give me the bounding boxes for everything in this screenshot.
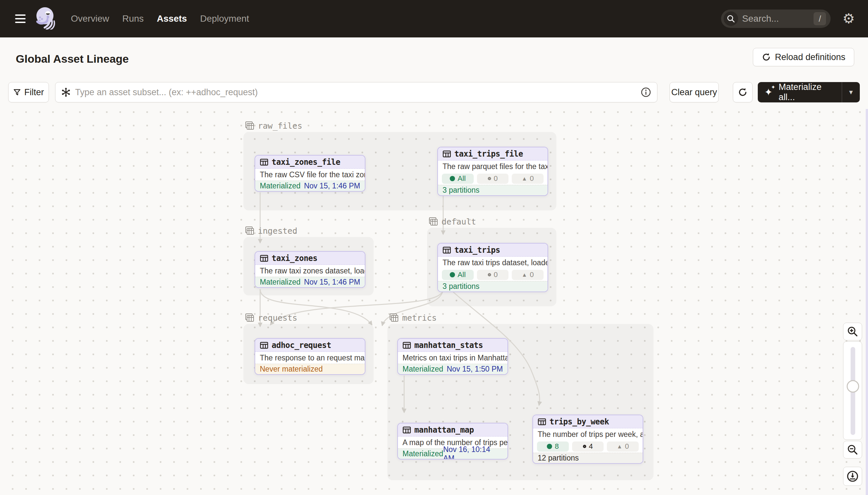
- zoom-slider-thumb[interactable]: [847, 380, 859, 393]
- warning-triangle-icon: ▲: [521, 176, 527, 182]
- search-icon: [724, 12, 738, 26]
- hamburger-menu-icon[interactable]: [15, 14, 25, 23]
- asset-node-manhattan_stats[interactable]: manhattan_stats Metrics on taxi trips in…: [397, 338, 508, 375]
- missing-ring-icon: [583, 445, 586, 448]
- nav-deployment[interactable]: Deployment: [200, 14, 249, 24]
- asset-status-footer: 3 partitions: [438, 281, 548, 291]
- asset-status-footer: 3 partitions: [438, 185, 548, 195]
- zoom-out-button[interactable]: [843, 441, 862, 459]
- reload-definitions-button[interactable]: Reload definitions: [753, 48, 854, 66]
- asset-description: The raw parquet files for the taxi trips…: [438, 160, 548, 172]
- asset-graph-icon: [61, 88, 71, 97]
- asset-status-footer: Materialized Nov 16, 10:14 AM: [398, 448, 508, 459]
- materialize-dropdown-caret[interactable]: ▾: [842, 88, 860, 97]
- nav-runs[interactable]: Runs: [122, 14, 144, 24]
- partitions-success-pill[interactable]: All: [442, 174, 474, 184]
- partition-count: 3 partitions: [443, 282, 480, 291]
- partition-health-pills: All 0 ▲0: [438, 172, 548, 185]
- table-icon: [443, 246, 451, 254]
- partition-health-pills: All 0 ▲0: [438, 269, 548, 281]
- global-search[interactable]: /: [721, 10, 831, 28]
- status-label: Materialized: [403, 365, 443, 374]
- success-dot-icon: [547, 444, 552, 449]
- partitions-failed-pill[interactable]: ▲0: [607, 442, 639, 452]
- warning-triangle-icon: ▲: [617, 444, 622, 449]
- group-label-default[interactable]: default: [428, 217, 476, 226]
- asset-status-footer: 12 partitions: [533, 453, 643, 463]
- table-icon: [260, 341, 268, 349]
- asset-query-field: [55, 82, 657, 102]
- asset-node-manhattan_map[interactable]: manhattan_map A map of the number of tri…: [397, 423, 508, 460]
- table-icon: [403, 341, 411, 349]
- refresh-icon: [738, 87, 748, 97]
- materialize-all-button[interactable]: ✦✦ Materialize all... ▾: [758, 82, 860, 102]
- info-icon[interactable]: [641, 87, 651, 98]
- search-input[interactable]: [742, 14, 814, 24]
- missing-ring-icon: [488, 177, 491, 180]
- partition-health-pills: 8 4 ▲0: [533, 440, 643, 453]
- partitions-success-pill[interactable]: All: [442, 270, 474, 280]
- materialization-timestamp: Nov 15, 1:46 PM: [304, 182, 360, 190]
- table-icon: [403, 426, 411, 434]
- lineage-toolbar: Filter Clear query ✦✦ Materialize all...: [0, 76, 868, 109]
- clear-query-button[interactable]: Clear query: [670, 82, 719, 102]
- materialization-timestamp: Nov 15, 1:50 PM: [447, 365, 503, 374]
- download-icon: [846, 470, 859, 483]
- zoom-slider[interactable]: [843, 341, 862, 440]
- group-label-ingested[interactable]: ingested: [245, 226, 297, 236]
- asset-description: The raw CSV file for the taxi zones dat.…: [255, 169, 365, 181]
- asset-node-taxi_trips_file[interactable]: taxi_trips_file The raw parquet files fo…: [437, 147, 548, 196]
- status-label: Materialized: [260, 278, 300, 287]
- table-icon: [260, 158, 268, 167]
- warning-triangle-icon: ▲: [521, 272, 527, 278]
- asset-node-taxi_zones[interactable]: taxi_zones The raw taxi zones dataset, l…: [254, 251, 366, 288]
- zoom-in-button[interactable]: [843, 323, 862, 340]
- partition-count: 3 partitions: [443, 186, 480, 195]
- funnel-icon: [13, 88, 21, 96]
- partitions-missing-pill[interactable]: 0: [477, 270, 509, 280]
- status-label: Materialized: [260, 182, 300, 190]
- refresh-graph-button[interactable]: [733, 82, 752, 102]
- asset-description: The response to an request made in th...: [255, 352, 365, 364]
- group-label-raw_files[interactable]: raw_files: [245, 121, 302, 131]
- partitions-missing-pill[interactable]: 4: [572, 442, 604, 452]
- partitions-missing-pill[interactable]: 0: [477, 174, 509, 184]
- asset-description: The raw taxi trips dataset, loaded into …: [438, 257, 548, 269]
- page-title: Global Asset Lineage: [16, 52, 129, 65]
- missing-ring-icon: [488, 273, 491, 276]
- asset-description: The number of trips per week, aggreg...: [533, 428, 643, 440]
- canvas-scrollbar[interactable]: [866, 109, 868, 495]
- asset-query-input[interactable]: [75, 87, 641, 98]
- asset-node-taxi_zones_file[interactable]: taxi_zones_file The raw CSV file for the…: [254, 155, 366, 192]
- partition-count: 12 partitions: [538, 454, 579, 462]
- nav-assets[interactable]: Assets: [157, 14, 187, 24]
- gear-icon[interactable]: ⚙: [843, 12, 855, 25]
- asset-description: The raw taxi zones dataset, loaded int..…: [255, 265, 365, 277]
- zoom-in-icon: [847, 326, 858, 337]
- partitions-failed-pill[interactable]: ▲0: [512, 174, 544, 184]
- lineage-canvas[interactable]: raw_files ingested default requests metr…: [0, 109, 868, 495]
- group-label-requests[interactable]: requests: [245, 313, 297, 323]
- asset-node-trips_by_week[interactable]: trips_by_week The number of trips per we…: [532, 414, 643, 464]
- partitions-failed-pill[interactable]: ▲0: [512, 270, 544, 280]
- asset-node-adhoc_request[interactable]: adhoc_request The response to an request…: [254, 338, 366, 375]
- top-navigation-bar: Overview Runs Assets Deployment / ⚙: [0, 0, 868, 37]
- table-icon: [443, 150, 451, 158]
- download-view-button[interactable]: [843, 467, 862, 486]
- success-dot-icon: [450, 176, 455, 181]
- asset-status-footer: Materialized Nov 15, 1:46 PM: [255, 181, 365, 191]
- partitions-success-pill[interactable]: 8: [537, 442, 569, 452]
- materialization-timestamp: Nov 15, 1:46 PM: [304, 278, 360, 287]
- filter-button[interactable]: Filter: [8, 82, 49, 102]
- asset-node-taxi_trips[interactable]: taxi_trips The raw taxi trips dataset, l…: [437, 243, 548, 292]
- asset-status-footer: Materialized Nov 15, 1:46 PM: [255, 277, 365, 287]
- sparkle-icon: ✦✦: [764, 86, 775, 99]
- asset-description: Metrics on taxi trips in Manhattan: [398, 352, 508, 364]
- dagster-logo[interactable]: [35, 6, 56, 31]
- nav-overview[interactable]: Overview: [71, 14, 109, 24]
- primary-nav: Overview Runs Assets Deployment: [71, 14, 249, 24]
- status-label: Never materialized: [260, 365, 323, 374]
- materialization-timestamp: Nov 16, 10:14 AM: [443, 445, 503, 460]
- group-label-metrics[interactable]: metrics: [389, 313, 437, 323]
- success-dot-icon: [450, 272, 455, 277]
